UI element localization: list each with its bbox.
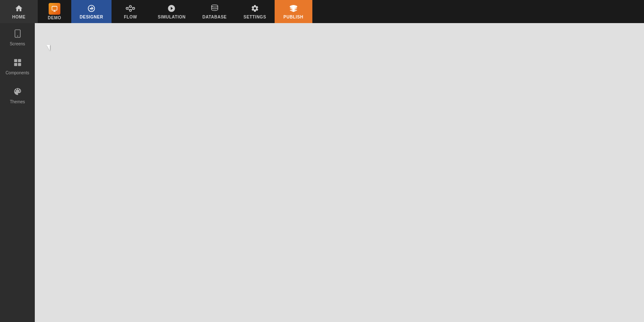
svg-line-7 (132, 7, 133, 8)
main-area: Screens Components Themes (0, 23, 644, 322)
nav-simulation-label: SIMULATION (158, 15, 185, 19)
nav-settings[interactable]: SETTINGS (235, 0, 275, 23)
svg-point-3 (130, 9, 132, 11)
nav-database[interactable]: DATABASE (194, 0, 235, 23)
nav-home[interactable]: HOME (0, 0, 38, 23)
nav-publish-label: PUBLISH (283, 15, 303, 19)
cursor-pointer (47, 45, 50, 51)
svg-rect-17 (18, 63, 21, 66)
nav-flow[interactable]: FLOW (112, 0, 149, 23)
nav-demo-label: Demo (48, 16, 61, 20)
nav-database-label: DATABASE (203, 15, 227, 19)
nav-flow-label: FLOW (124, 15, 137, 19)
left-sidebar: Screens Components Themes (0, 23, 35, 322)
nav-designer-label: DESIGNER (80, 15, 103, 19)
sidebar-item-screens[interactable]: Screens (0, 23, 35, 52)
svg-line-6 (128, 9, 130, 10)
sidebar-themes-label: Themes (10, 99, 25, 104)
sidebar-components-label: Components (5, 71, 29, 75)
nav-settings-label: SETTINGS (244, 15, 266, 19)
demo-icon (49, 3, 60, 15)
svg-rect-15 (18, 59, 21, 62)
home-icon (15, 4, 23, 14)
palette-icon (13, 87, 22, 98)
canvas-area[interactable] (35, 23, 644, 322)
svg-point-13 (17, 36, 18, 37)
nav-designer[interactable]: DESIGNER (71, 0, 112, 23)
settings-icon (251, 4, 259, 14)
svg-rect-14 (14, 59, 17, 62)
grid-icon (13, 58, 22, 69)
svg-point-9 (211, 5, 218, 7)
nav-demo[interactable]: Demo (38, 0, 71, 23)
svg-line-5 (128, 7, 130, 8)
top-navigation: HOME Demo DESIGNER (0, 0, 644, 23)
svg-point-1 (126, 7, 128, 9)
nav-simulation[interactable]: SIMULATION (149, 0, 194, 23)
svg-line-8 (132, 9, 133, 10)
phone-icon (13, 29, 22, 40)
designer-icon (87, 4, 96, 14)
nav-home-label: HOME (12, 15, 26, 19)
sidebar-screens-label: Screens (10, 42, 25, 46)
svg-rect-16 (14, 63, 17, 66)
publish-icon (289, 4, 298, 14)
svg-point-2 (130, 5, 132, 7)
flow-icon (126, 4, 135, 14)
nav-publish[interactable]: PUBLISH (275, 0, 312, 23)
simulation-icon (167, 4, 176, 14)
sidebar-item-components[interactable]: Components (0, 52, 35, 81)
database-icon (210, 4, 219, 14)
sidebar-item-themes[interactable]: Themes (0, 81, 35, 110)
svg-point-4 (133, 7, 135, 9)
svg-rect-0 (52, 6, 57, 10)
